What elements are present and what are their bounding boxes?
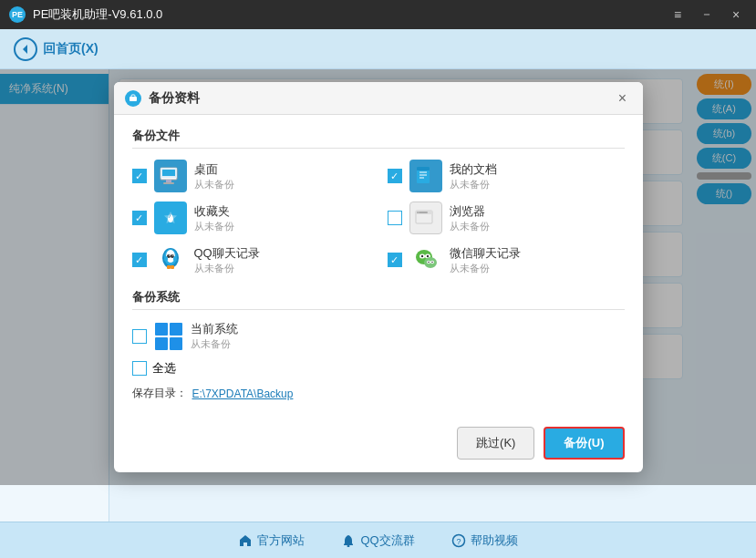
checkbox-system[interactable] <box>132 329 147 344</box>
system-info: 当前系统 从未备份 <box>191 321 238 351</box>
svg-point-30 <box>164 256 168 262</box>
content-area: 纯净系统(N) W Mi W <box>0 69 756 522</box>
svg-point-38 <box>426 255 428 257</box>
backup-files-grid: ✓ <box>132 160 625 276</box>
wechat-icon <box>409 243 442 276</box>
dialog-title-bar: 备份资料 × <box>114 82 643 115</box>
backup-item-desktop: ✓ <box>132 160 369 192</box>
svg-rect-12 <box>163 182 174 184</box>
wechat-info: 微信聊天记录 从未备份 <box>450 245 521 275</box>
dialog-footer: 跳过(K) 备份(U) <box>114 427 643 472</box>
checkbox-select-all[interactable] <box>132 361 147 376</box>
title-bar: PE PE吧装机助理-V9.61.0.0 ≡ － × <box>0 0 756 29</box>
main-window: 回首页(X) 纯净系统(N) W Mi <box>0 29 756 558</box>
dialog-title: 备份资料 <box>149 90 606 107</box>
backup-files-title: 备份文件 <box>132 128 625 149</box>
checkbox-favorites[interactable]: ✓ <box>132 211 147 225</box>
svg-rect-45 <box>170 323 182 336</box>
backup-system-section: 备份系统 <box>132 289 625 351</box>
footer: 官方网站 QQ交流群 ? 帮助视频 <box>0 522 756 558</box>
backup-system-title: 备份系统 <box>132 289 625 310</box>
svg-rect-32 <box>167 265 171 269</box>
back-button[interactable]: 回首页(X) <box>14 37 98 61</box>
footer-website-label: 官方网站 <box>257 532 305 549</box>
save-path-row: 保存目录： E:\7XPDATA\Backup <box>132 386 625 401</box>
checkbox-mydoc[interactable]: ✓ <box>388 169 402 183</box>
svg-rect-21 <box>419 212 428 213</box>
minimize-button[interactable]: － <box>696 5 718 24</box>
backup-item-wechat: ✓ <box>388 243 625 276</box>
dialog-body: 备份文件 ✓ <box>114 115 643 427</box>
footer-item-qq[interactable]: QQ交流群 <box>341 532 414 549</box>
app-title: PE吧装机助理-V9.61.0.0 <box>33 6 667 23</box>
system-icon <box>154 322 183 351</box>
backup-item-favorites: ✓ 收藏夹 从未备份 <box>132 202 369 234</box>
svg-rect-11 <box>166 180 171 182</box>
browser-info: 浏览器 从未备份 <box>450 203 490 233</box>
favorites-icon <box>154 202 187 234</box>
skip-button[interactable]: 跳过(K) <box>457 427 534 460</box>
backup-dialog: 备份资料 × 备份文件 ✓ <box>114 82 643 472</box>
backup-item-qq: ✓ <box>132 243 369 276</box>
back-circle-icon <box>14 37 37 61</box>
desktop-icon <box>154 160 187 192</box>
window-controls: ≡ － × <box>667 5 747 24</box>
svg-point-31 <box>173 256 177 262</box>
checkbox-desktop[interactable]: ✓ <box>132 169 147 183</box>
svg-point-39 <box>424 257 437 268</box>
footer-item-help[interactable]: ? 帮助视频 <box>451 532 518 549</box>
svg-rect-44 <box>155 323 168 336</box>
backup-button[interactable]: 备份(U) <box>544 427 624 460</box>
mydoc-icon <box>409 160 442 192</box>
footer-item-website[interactable]: 官方网站 <box>238 532 305 549</box>
svg-marker-0 <box>23 45 27 54</box>
dialog-title-icon <box>125 90 141 107</box>
home-icon <box>238 533 253 548</box>
select-all-label: 全选 <box>152 360 176 377</box>
nav-bar: 回首页(X) <box>0 29 756 69</box>
svg-rect-47 <box>170 337 182 350</box>
close-button[interactable]: × <box>725 5 747 24</box>
svg-rect-46 <box>155 337 168 350</box>
svg-point-29 <box>172 255 173 256</box>
backup-item-mydoc: ✓ <box>388 160 625 192</box>
checkbox-qq[interactable]: ✓ <box>132 253 147 267</box>
select-all-row: 全选 <box>132 360 625 377</box>
svg-point-22 <box>417 212 419 213</box>
app-icon: PE <box>9 6 26 23</box>
browser-icon <box>409 202 442 234</box>
save-path-label: 保存目录： <box>132 386 187 401</box>
svg-point-42 <box>428 262 430 264</box>
dialog-overlay: 备份资料 × 备份文件 ✓ <box>0 69 756 485</box>
svg-point-28 <box>169 255 170 256</box>
footer-help-label: 帮助视频 <box>471 532 518 549</box>
back-label: 回首页(X) <box>43 41 98 57</box>
svg-point-43 <box>431 262 433 264</box>
dialog-close-button[interactable]: × <box>614 89 632 108</box>
help-icon: ? <box>451 533 466 548</box>
svg-point-37 <box>420 255 422 257</box>
footer-qq-label: QQ交流群 <box>360 532 414 549</box>
qq-icon <box>154 243 187 276</box>
bell-icon <box>341 533 356 548</box>
svg-rect-33 <box>171 265 174 269</box>
favorites-info: 收藏夹 从未备份 <box>194 203 234 233</box>
backup-item-browser: 浏览器 从未备份 <box>388 202 625 234</box>
svg-text:?: ? <box>456 537 461 546</box>
checkbox-wechat[interactable]: ✓ <box>388 253 402 267</box>
checkbox-browser[interactable] <box>388 211 402 225</box>
menu-button[interactable]: ≡ <box>667 5 689 24</box>
desktop-info: 桌面 从未备份 <box>194 161 234 191</box>
svg-rect-48 <box>347 545 350 547</box>
qq-info: QQ聊天记录 从未备份 <box>194 245 260 275</box>
save-path-link[interactable]: E:\7XPDATA\Backup <box>192 388 294 400</box>
svg-rect-8 <box>131 95 135 98</box>
svg-rect-15 <box>417 167 430 170</box>
system-item-current: 当前系统 从未备份 <box>132 321 625 351</box>
mydoc-info: 我的文档 从未备份 <box>450 161 497 191</box>
svg-rect-13 <box>162 170 175 176</box>
